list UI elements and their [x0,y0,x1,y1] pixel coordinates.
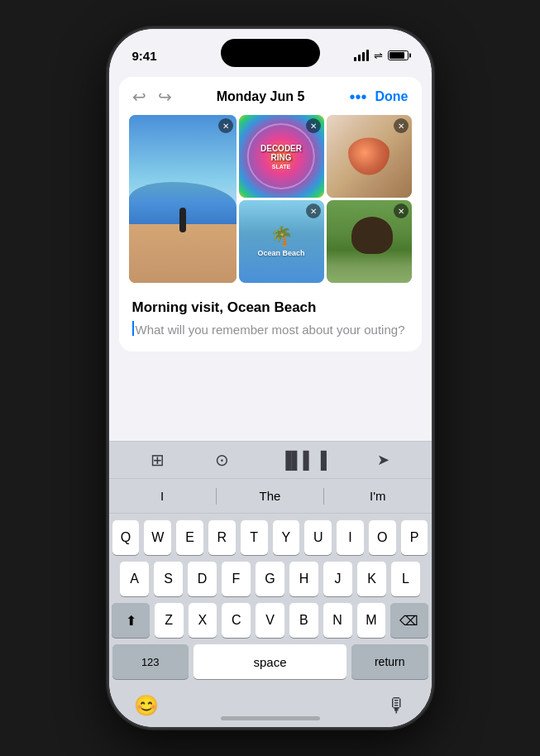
wifi-icon: ⇌ [374,50,383,62]
journal-placeholder: What will you remember most about your o… [136,321,405,338]
numbers-key[interactable]: 123 [112,644,189,679]
done-button[interactable]: Done [375,89,409,104]
key-m[interactable]: M [357,603,386,638]
battery-icon [388,50,409,60]
remove-beach-photo-button[interactable]: ✕ [218,118,233,133]
media-grid: ✕ DECODERRING SLATE ✕ ✕ [129,115,412,283]
audio-tool-icon[interactable]: ▐▌▌▐ [280,451,327,470]
seashell-shape [348,138,389,175]
remove-seashell-button[interactable]: ✕ [394,118,409,133]
dog-photo-item[interactable]: ✕ [327,200,412,283]
key-a[interactable]: A [120,562,149,596]
status-bar: 9:41 ⇌ [109,29,432,70]
signal-bar-3 [362,52,365,61]
key-v[interactable]: V [256,603,284,638]
signal-bar-4 [366,50,369,61]
status-icons: ⇌ [354,50,409,62]
bottom-bar: 😊 🎙 [109,689,432,727]
dog-shape [351,217,393,254]
key-e[interactable]: E [176,520,203,555]
keyboard: Q W E R T Y U I O P A S D F G [109,514,432,689]
key-q[interactable]: Q [112,520,140,555]
podcast-item[interactable]: DECODERRING SLATE ✕ [239,115,324,198]
podcast-title: DECODERRING [260,144,302,162]
toolbar-right: ••• Done [349,88,408,107]
key-s[interactable]: S [154,562,183,596]
phone-screen: 9:41 ⇌ ↩ ↪ [109,29,432,727]
input-toolbar: ⊞ ⊙ ▐▌▌▐ ➤ [109,441,432,478]
home-indicator [221,716,320,720]
journal-card: ↩ ↪ Monday Jun 5 ••• Done [119,77,422,352]
remove-location-button[interactable]: ✕ [306,203,321,218]
toolbar-left: ↩ ↪ [132,87,172,107]
key-o[interactable]: O [369,520,396,555]
key-p[interactable]: P [401,520,428,555]
predictive-bar: I The I'm [109,478,432,514]
signal-bar-2 [358,55,361,61]
predict-word-1[interactable]: I [109,486,216,506]
key-h[interactable]: H [289,562,318,596]
key-l[interactable]: L [391,562,420,596]
predict-word-2[interactable]: The [217,486,323,506]
camera-tool-icon[interactable]: ⊙ [215,450,229,470]
key-g[interactable]: G [256,562,284,596]
key-i[interactable]: I [337,520,364,555]
key-n[interactable]: N [323,603,352,638]
keyboard-area: ⊞ ⊙ ▐▌▌▐ ➤ I The I'm Q W E R [109,441,432,727]
key-c[interactable]: C [222,603,251,638]
key-u[interactable]: U [304,520,332,555]
key-row-4: 123 space return [112,644,428,679]
text-cursor [132,321,134,336]
key-z[interactable]: Z [155,603,184,638]
key-r[interactable]: R [208,520,236,555]
journal-title: Morning visit, Ocean Beach [132,299,409,316]
status-time: 9:41 [132,49,157,63]
key-b[interactable]: B [289,603,318,638]
more-options-button[interactable]: ••• [349,88,366,107]
space-key[interactable]: space [194,644,346,679]
signal-bar-1 [354,57,356,61]
signal-bars [354,50,369,61]
return-key[interactable]: return [351,644,428,679]
seashell-item[interactable]: ✕ [327,115,412,198]
key-x[interactable]: X [189,603,217,638]
remove-dog-photo-button[interactable]: ✕ [394,203,409,218]
ocean-beach-item[interactable]: 🌴 Ocean Beach ✕ [239,200,324,283]
phone-frame: 9:41 ⇌ ↩ ↪ [109,29,432,727]
location-label: Ocean Beach [257,249,304,257]
beach-photo-item[interactable]: ✕ [129,115,237,283]
key-d[interactable]: D [188,562,217,596]
delete-key[interactable]: ⌫ [390,603,428,638]
remove-podcast-button[interactable]: ✕ [306,118,321,133]
predict-word-3[interactable]: I'm [324,486,431,506]
key-row-2: A S D F G H J K L [112,562,428,596]
palm-icon: 🌴 [270,226,293,247]
key-w[interactable]: W [144,520,171,555]
beach-person [179,208,186,232]
text-area[interactable]: Morning visit, Ocean Beach What will you… [119,289,422,352]
shift-key[interactable]: ⬆ [112,603,149,638]
emoji-button[interactable]: 😊 [134,694,159,717]
beach-sand [129,224,237,283]
photos-tool-icon[interactable]: ⊞ [151,450,165,470]
battery-fill [389,52,405,59]
mic-button[interactable]: 🎙 [387,694,407,717]
key-j[interactable]: J [323,562,352,596]
send-tool-icon[interactable]: ➤ [377,451,389,469]
key-row-1: Q W E R T Y U I O P [112,520,428,555]
dynamic-island [221,39,320,67]
podcast-source: SLATE [272,164,290,170]
undo-button[interactable]: ↩ [132,87,146,107]
beach-photo [129,115,237,283]
toolbar: ↩ ↪ Monday Jun 5 ••• Done [119,77,422,115]
key-y[interactable]: Y [273,520,300,555]
key-k[interactable]: K [357,562,386,596]
key-f[interactable]: F [222,562,251,596]
redo-button[interactable]: ↪ [158,87,172,107]
key-row-3: ⬆ Z X C V B N M ⌫ [112,603,428,638]
entry-date: Monday Jun 5 [172,89,350,104]
key-t[interactable]: T [241,520,268,555]
